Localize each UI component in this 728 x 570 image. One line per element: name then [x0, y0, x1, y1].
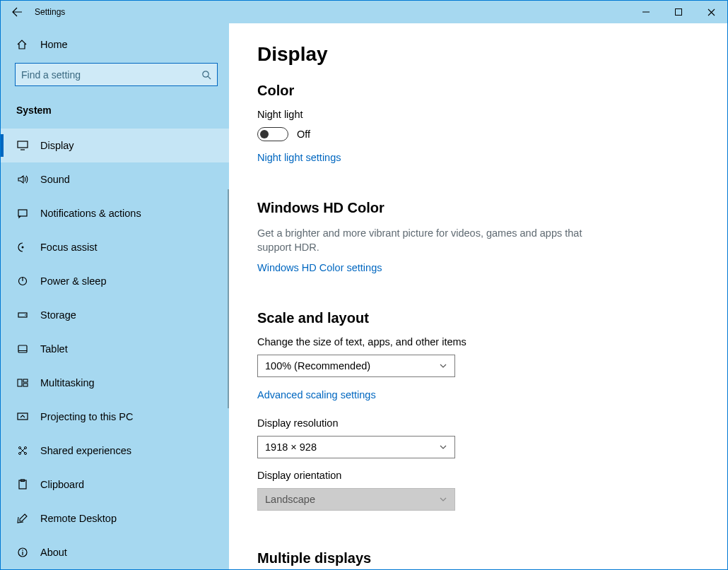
section-color: Color	[257, 83, 699, 99]
sidebar-item-label: Projecting to this PC	[40, 411, 133, 422]
sidebar-item-label: Notifications & actions	[40, 208, 141, 219]
svg-rect-14	[18, 379, 22, 386]
sidebar-item-focus-assist[interactable]: Focus assist	[1, 230, 229, 264]
sidebar-item-sound[interactable]: Sound	[1, 162, 229, 196]
maximize-button[interactable]	[662, 1, 695, 23]
sidebar-item-tablet[interactable]: Tablet	[1, 332, 229, 366]
sidebar-item-notifications-actions[interactable]: Notifications & actions	[1, 196, 229, 230]
night-light-toggle[interactable]	[257, 127, 288, 141]
remote-icon	[16, 513, 29, 524]
sidebar-item-remote-desktop[interactable]: Remote Desktop	[1, 501, 229, 535]
chevron-down-icon	[439, 362, 447, 370]
minimize-button[interactable]	[630, 1, 662, 23]
settings-window: Settings Home	[0, 0, 728, 570]
svg-point-25	[22, 550, 23, 551]
orientation-value: Landscape	[265, 494, 315, 505]
svg-point-11	[25, 314, 26, 316]
content: Display Color Night light Off Night ligh…	[229, 23, 727, 569]
storage-icon	[16, 309, 29, 321]
scale-label: Change the size of text, apps, and other…	[257, 336, 699, 348]
svg-rect-17	[18, 413, 28, 420]
section-multiple: Multiple displays	[257, 550, 699, 566]
sidebar: Home System DisplaySoundNotifications & …	[1, 23, 229, 569]
section-scale: Scale and layout	[257, 310, 699, 326]
sidebar-item-shared-experiences[interactable]: Shared experiences	[1, 434, 229, 468]
night-light-settings-link[interactable]: Night light settings	[257, 152, 341, 163]
sidebar-group-title: System	[1, 99, 229, 129]
clipboard-icon	[16, 479, 29, 490]
home-label: Home	[40, 39, 68, 50]
minimize-icon	[642, 8, 650, 16]
svg-rect-6	[18, 210, 27, 216]
night-light-state: Off	[297, 129, 310, 140]
sidebar-item-label: Clipboard	[40, 479, 84, 490]
tablet-icon	[16, 343, 29, 355]
resolution-label: Display resolution	[257, 417, 699, 429]
svg-rect-15	[23, 379, 28, 382]
sidebar-item-multitasking[interactable]: Multitasking	[1, 366, 229, 400]
body: Home System DisplaySoundNotifications & …	[1, 23, 727, 569]
window-title: Settings	[33, 7, 65, 17]
sidebar-item-power-sleep[interactable]: Power & sleep	[1, 264, 229, 298]
resolution-value: 1918 × 928	[265, 441, 317, 453]
sidebar-item-display[interactable]: Display	[1, 129, 229, 162]
sidebar-item-clipboard[interactable]: Clipboard	[1, 468, 229, 501]
scale-value: 100% (Recommended)	[265, 360, 370, 372]
sidebar-item-label: Tablet	[40, 343, 68, 355]
sidebar-item-label: Sound	[40, 174, 70, 185]
svg-rect-4	[18, 141, 28, 148]
chevron-down-icon	[439, 495, 447, 504]
svg-rect-16	[23, 384, 28, 386]
search-wrap	[15, 63, 218, 86]
sidebar-item-label: Shared experiences	[40, 445, 131, 456]
sidebar-item-label: Display	[40, 140, 74, 151]
search-input[interactable]	[21, 69, 201, 81]
notifications-icon	[16, 208, 29, 219]
home-button[interactable]: Home	[1, 35, 229, 54]
hdcolor-desc: Get a brighter and more vibrant picture …	[257, 226, 582, 254]
svg-point-2	[203, 71, 209, 76]
sidebar-item-label: Focus assist	[40, 242, 98, 253]
sidebar-item-label: About	[40, 547, 67, 558]
scale-select[interactable]: 100% (Recommended)	[257, 355, 455, 377]
multitasking-icon	[16, 377, 29, 388]
titlebar: Settings	[1, 1, 727, 23]
hdcolor-settings-link[interactable]: Windows HD Color settings	[257, 262, 382, 273]
resolution-select[interactable]: 1918 × 928	[257, 436, 455, 458]
sidebar-item-label: Storage	[40, 309, 76, 321]
maximize-icon	[675, 8, 682, 16]
sidebar-item-label: Remote Desktop	[40, 513, 117, 524]
svg-line-3	[208, 76, 211, 79]
about-icon	[16, 547, 29, 558]
close-button[interactable]	[695, 1, 727, 23]
nav-list: DisplaySoundNotifications & actionsFocus…	[1, 129, 229, 569]
night-light-toggle-row: Off	[257, 127, 699, 141]
power-icon	[16, 275, 29, 287]
projecting-icon	[16, 411, 29, 422]
back-button[interactable]	[1, 1, 33, 23]
sidebar-item-storage[interactable]: Storage	[1, 298, 229, 332]
chevron-down-icon	[439, 443, 447, 451]
arrow-left-icon	[11, 6, 23, 18]
orientation-label: Display orientation	[257, 470, 699, 481]
shared-icon	[16, 445, 29, 456]
advanced-scaling-link[interactable]: Advanced scaling settings	[257, 389, 376, 400]
sound-icon	[16, 174, 29, 185]
sidebar-item-label: Power & sleep	[40, 275, 107, 287]
sidebar-item-projecting-to-this-pc[interactable]: Projecting to this PC	[1, 400, 229, 434]
search-box[interactable]	[15, 63, 218, 86]
sidebar-item-about[interactable]: About	[1, 535, 229, 569]
section-hdcolor: Windows HD Color	[257, 200, 699, 216]
night-light-label: Night light	[257, 109, 699, 120]
sidebar-scrollbar[interactable]	[228, 189, 229, 408]
page-title: Display	[257, 43, 699, 66]
svg-rect-12	[18, 345, 27, 352]
sidebar-item-label: Multitasking	[40, 377, 95, 388]
svg-rect-1	[676, 9, 682, 16]
display-icon	[16, 140, 29, 151]
focus-assist-icon	[16, 242, 29, 253]
search-icon	[201, 70, 211, 80]
home-icon	[16, 39, 28, 50]
orientation-select: Landscape	[257, 488, 455, 511]
svg-point-7	[22, 247, 24, 249]
